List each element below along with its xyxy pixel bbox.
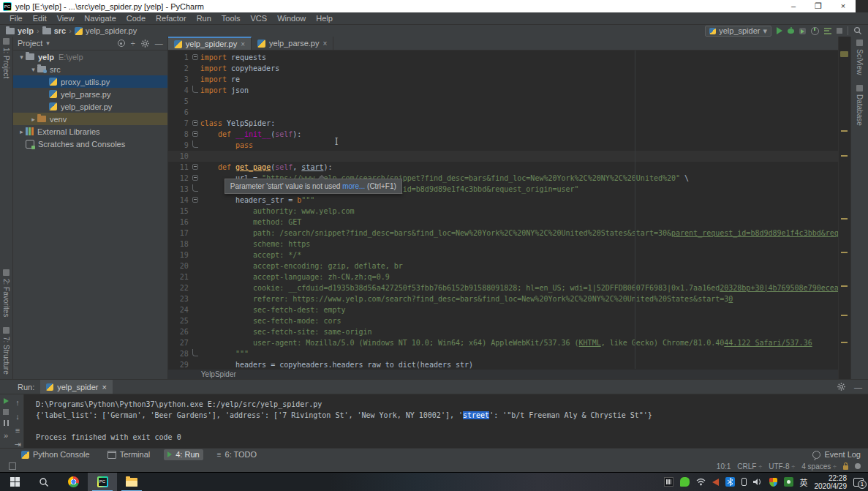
tree-item-yelp_parse-py[interactable]: yelp_parse.py [13, 88, 167, 100]
soft-wrap-icon[interactable]: ≡ [15, 426, 20, 435]
menu-item-help[interactable]: Help [311, 14, 338, 23]
menu-item-edit[interactable]: Edit [28, 14, 52, 23]
run-with-coverage-button[interactable] [799, 28, 806, 34]
pycharm-taskbar-button[interactable]: PC [88, 473, 117, 491]
editor-tab-yelp_spider-py[interactable]: yelp_spider.py× [168, 37, 252, 50]
fold-collapse-icon[interactable] [192, 197, 198, 203]
warning-stripe-mark[interactable] [841, 342, 848, 343]
tree-item-yelp[interactable]: ▾yelpE:\yelp [13, 50, 167, 63]
taskbar-clock[interactable]: 22:28 2020/4/29 [815, 474, 848, 490]
speaker-icon[interactable] [753, 477, 763, 487]
inspections-indicator[interactable] [840, 51, 848, 57]
gear-icon[interactable] [141, 40, 149, 48]
wifi-icon[interactable] [696, 477, 706, 487]
chrome-taskbar-button[interactable] [59, 473, 88, 491]
tool-button-python-console[interactable]: Python Console [18, 449, 94, 460]
event-log-button[interactable]: Event Log [812, 450, 861, 459]
close-icon[interactable]: × [831, 0, 856, 12]
menu-item-run[interactable]: Run [192, 14, 216, 23]
chevron-down-icon[interactable]: ▾ [46, 40, 50, 47]
more-icon[interactable]: » [4, 431, 8, 440]
down-stack-trace-icon[interactable]: ↓ [15, 412, 20, 421]
editor-breadcrumb[interactable]: YelpSpider [168, 369, 838, 379]
run-configuration-select[interactable]: yelp_spider ▾ [705, 26, 771, 37]
bluetooth-icon[interactable] [725, 477, 735, 487]
menu-item-navigate[interactable]: Navigate [79, 14, 121, 23]
fold-collapse-icon[interactable] [192, 175, 198, 181]
taskbar-search-button[interactable] [29, 473, 59, 491]
concurrency-diagram-button[interactable] [824, 28, 831, 34]
tool-window-toggle-icon[interactable] [9, 462, 16, 470]
editor-tab-yelp_parse-py[interactable]: yelp_parse.py× [252, 37, 333, 50]
tree-arrow-icon[interactable]: ▸ [18, 128, 26, 135]
close-icon[interactable]: × [322, 40, 327, 48]
title-bar[interactable]: yelp [E:\yelp] - ...\src\yelp_spider.py … [0, 0, 856, 12]
tree-item-venv[interactable]: ▸venv [13, 113, 167, 125]
warning-stripe-mark[interactable] [841, 155, 848, 157]
lock-icon[interactable] [843, 465, 848, 470]
breadcrumb-item-yelp_spider.py[interactable]: yelp_spider.py [75, 26, 137, 35]
collapse-all-icon[interactable]: ÷ [131, 39, 135, 48]
line-ending-indicator[interactable]: CRLF ÷ [737, 462, 762, 471]
defender-icon[interactable] [769, 478, 777, 487]
encoding-indicator[interactable]: UTF-8 ÷ [769, 462, 795, 471]
run-tab[interactable]: yelp_spider × [40, 380, 113, 394]
caret-position[interactable]: 10:1 [717, 462, 731, 471]
stripe-button-7-structure[interactable]: 7: Structure [2, 327, 10, 375]
tool-button-terminal[interactable]: Terminal [104, 449, 154, 460]
tree-arrow-icon[interactable]: ▸ [29, 116, 37, 123]
rerun-button[interactable] [4, 398, 9, 404]
close-icon[interactable]: × [102, 383, 107, 391]
tool-button-6-todo[interactable]: ≡6: TODO [214, 449, 260, 460]
run-button[interactable] [777, 27, 782, 34]
stripe-button-database[interactable]: Database [856, 85, 864, 126]
warning-stripe-mark[interactable] [841, 285, 848, 287]
tray-app-icon[interactable] [664, 477, 673, 487]
tree-arrow-icon[interactable]: ▾ [29, 66, 37, 73]
capture-tool-icon[interactable] [784, 477, 793, 487]
fold-collapse-icon[interactable] [192, 54, 198, 60]
profiler-button[interactable] [811, 27, 819, 35]
menu-item-view[interactable]: View [52, 14, 80, 23]
tree-item-scratches-and-consoles[interactable]: Scratches and Consoles [13, 138, 167, 150]
fold-end-icon[interactable] [192, 349, 198, 356]
debug-button[interactable] [788, 29, 794, 34]
start-button[interactable] [0, 473, 29, 491]
menu-item-window[interactable]: Window [272, 14, 311, 23]
fold-collapse-icon[interactable] [192, 131, 198, 137]
tree-arrow-icon[interactable]: ▾ [18, 53, 26, 61]
stripe-button-sciview[interactable]: SciView [856, 40, 864, 75]
run-console[interactable]: D:\Programs\Python\Python37\python.exe E… [24, 394, 868, 449]
tree-item-external-libraries[interactable]: ▸External Libraries [13, 125, 167, 138]
fold-collapse-icon[interactable] [192, 120, 198, 126]
inspections-profile-icon[interactable] [855, 463, 861, 469]
fold-end-icon[interactable] [192, 140, 198, 148]
minimize-icon[interactable]: – [781, 0, 806, 12]
search-everywhere-icon[interactable] [853, 26, 862, 35]
warning-stripe-mark[interactable] [841, 252, 848, 253]
warning-stripe-mark[interactable] [841, 218, 848, 220]
locate-file-icon[interactable] [118, 40, 125, 47]
up-stack-trace-icon[interactable]: ↑ [15, 398, 20, 407]
warning-stripe-mark[interactable] [841, 315, 848, 316]
wechat-icon[interactable] [680, 477, 690, 487]
restore-icon[interactable]: ❐ [806, 0, 831, 12]
warning-stripe-mark[interactable] [841, 130, 848, 132]
action-center-icon[interactable]: 1 [853, 478, 864, 487]
input-language-indicator[interactable]: 英 [800, 476, 808, 488]
explorer-taskbar-button[interactable] [117, 473, 146, 491]
pause-output-button[interactable] [4, 420, 9, 426]
code-area[interactable]: I Parameter 'start' value is not used mo… [168, 50, 838, 369]
fold-end-icon[interactable] [192, 184, 198, 192]
gear-icon[interactable] [837, 383, 845, 391]
phone-link-icon[interactable] [741, 478, 747, 486]
breadcrumb-item-yelp[interactable]: yelp [6, 26, 34, 35]
stripe-button-2-favorites[interactable]: 2: Favorites [2, 269, 10, 317]
breadcrumb-item-src[interactable]: src [42, 26, 67, 35]
menu-item-code[interactable]: Code [121, 14, 151, 23]
menu-item-file[interactable]: File [4, 14, 28, 23]
tree-item-proxy_utils-py[interactable]: proxy_utils.py [13, 75, 167, 88]
tree-item-yelp_spider-py[interactable]: yelp_spider.py [13, 100, 167, 113]
menu-item-tools[interactable]: Tools [216, 14, 246, 23]
close-icon[interactable]: × [241, 40, 245, 48]
